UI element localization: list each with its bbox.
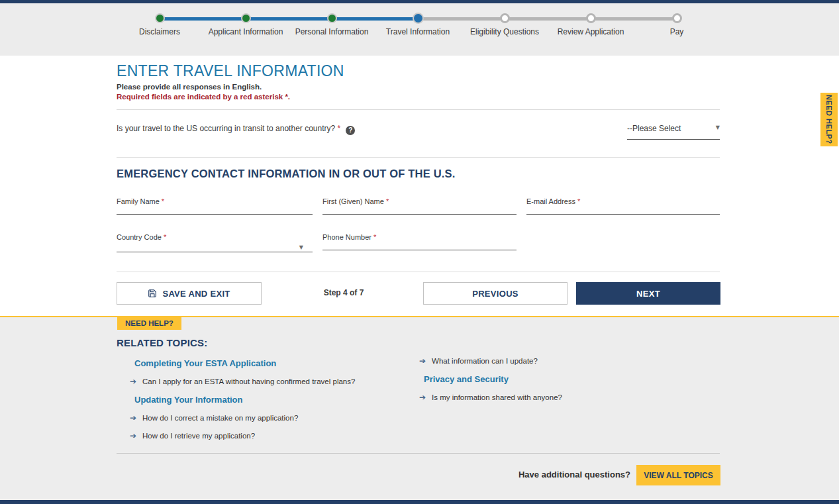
step-label: Personal Information xyxy=(282,27,381,36)
page-title: ENTER TRAVEL INFORMATION xyxy=(117,62,344,80)
save-icon xyxy=(148,289,157,298)
country-code-field-group: Country Code * ▼ xyxy=(117,233,313,252)
divider xyxy=(117,157,720,158)
topic-link[interactable]: Updating Your Information xyxy=(134,395,421,405)
step-indicator: Step 4 of 7 xyxy=(304,288,383,297)
next-button[interactable]: NEXT xyxy=(576,282,720,305)
transit-select[interactable]: --Please Select ▼ xyxy=(627,124,720,140)
required-asterisk: * xyxy=(386,197,389,205)
question-link[interactable]: ➔ How do I retrieve my application? xyxy=(130,431,421,440)
arrow-right-icon: ➔ xyxy=(130,431,136,440)
topic-link[interactable]: Completing Your ESTA Application xyxy=(134,358,421,368)
phone-number-input[interactable] xyxy=(322,242,517,250)
help-icon[interactable]: ? xyxy=(346,126,355,135)
first-name-input[interactable] xyxy=(322,207,517,215)
stepper-track-completed xyxy=(160,17,418,21)
instruction-required-fields: Required fields are indicated by a red a… xyxy=(117,93,290,101)
step-label: Applicant Information xyxy=(196,27,295,36)
topic-link[interactable]: Privacy and Security xyxy=(424,374,711,384)
step-dot xyxy=(155,13,165,23)
related-topics-column-right: ➔ What information can I update? Privacy… xyxy=(419,356,711,411)
divider xyxy=(117,272,720,272)
required-asterisk: * xyxy=(373,233,376,241)
step-label: Eligibility Questions xyxy=(455,27,554,36)
phone-number-label: Phone Number * xyxy=(322,233,517,241)
required-asterisk: * xyxy=(164,233,166,241)
family-name-label: Family Name * xyxy=(117,197,313,205)
step-label: Pay xyxy=(627,27,726,36)
view-all-topics-button[interactable]: VIEW ALL TOPICS xyxy=(636,465,720,485)
emergency-contact-heading: EMERGENCY CONTACT INFORMATION IN OR OUT … xyxy=(117,168,456,180)
email-field-group: E-mail Address * xyxy=(526,197,720,215)
country-code-label: Country Code * xyxy=(117,233,313,241)
save-and-exit-button[interactable]: SAVE AND EXIT xyxy=(117,282,262,305)
arrow-right-icon: ➔ xyxy=(130,413,136,423)
family-name-input[interactable] xyxy=(117,207,313,215)
previous-button[interactable]: PREVIOUS xyxy=(423,282,568,305)
step-dot xyxy=(500,13,510,23)
question-link[interactable]: ➔ Is my information shared with anyone? xyxy=(419,393,711,402)
divider xyxy=(117,109,720,110)
transit-question: Is your travel to the US occurring in tr… xyxy=(117,124,355,135)
step-label: Disclaimers xyxy=(110,27,209,36)
transit-select-value: --Please Select xyxy=(627,124,681,133)
related-topics-column-left: Completing Your ESTA Application ➔ Can I… xyxy=(130,358,421,449)
step-dot xyxy=(672,13,682,23)
instruction-english: Please provide all responses in English. xyxy=(117,83,262,91)
step-dot xyxy=(327,13,337,23)
esta-application-page: Disclaimers Applicant Information Person… xyxy=(0,0,839,504)
chevron-down-icon: ▼ xyxy=(299,244,303,250)
email-input[interactable] xyxy=(526,207,720,215)
required-asterisk: * xyxy=(162,197,164,205)
bottom-accent-bar xyxy=(0,500,839,504)
chevron-down-icon: ▼ xyxy=(716,125,720,130)
first-name-field-group: First (Given) Name * xyxy=(322,197,517,215)
need-help-badge: NEED HELP? xyxy=(117,317,181,330)
step-dot-current xyxy=(413,13,424,24)
save-and-exit-label: SAVE AND EXIT xyxy=(162,289,230,299)
arrow-right-icon: ➔ xyxy=(419,393,426,402)
question-link[interactable]: ➔ What information can I update? xyxy=(419,356,711,366)
required-asterisk: * xyxy=(577,197,580,205)
arrow-right-icon: ➔ xyxy=(419,356,426,366)
stepper-track-remaining xyxy=(417,17,677,21)
divider xyxy=(117,453,720,454)
required-asterisk: * xyxy=(338,124,341,133)
phone-number-field-group: Phone Number * xyxy=(322,233,517,250)
email-label: E-mail Address * xyxy=(526,197,720,205)
step-dot xyxy=(586,13,596,23)
step-dot xyxy=(241,13,251,23)
family-name-field-group: Family Name * xyxy=(117,197,313,215)
arrow-right-icon: ➔ xyxy=(130,377,136,386)
need-help-side-tab[interactable]: NEED HELP? xyxy=(820,93,838,146)
travel-information-form: ENTER TRAVEL INFORMATION Please provide … xyxy=(117,56,720,316)
help-footer: NEED HELP? RELATED TOPICS: Completing Yo… xyxy=(0,317,839,500)
step-label: Travel Information xyxy=(368,27,468,36)
progress-stepper: Disclaimers Applicant Information Person… xyxy=(0,3,839,56)
first-name-label: First (Given) Name * xyxy=(322,197,517,205)
step-label: Review Application xyxy=(541,27,640,36)
question-link[interactable]: ➔ How do I correct a mistake on my appli… xyxy=(130,413,421,423)
question-link[interactable]: ➔ Can I apply for an ESTA without having… xyxy=(130,377,421,386)
additional-questions-text: Have additional questions? xyxy=(397,470,630,479)
country-code-select[interactable]: ▼ xyxy=(117,242,313,252)
related-topics-heading: RELATED TOPICS: xyxy=(117,337,207,348)
